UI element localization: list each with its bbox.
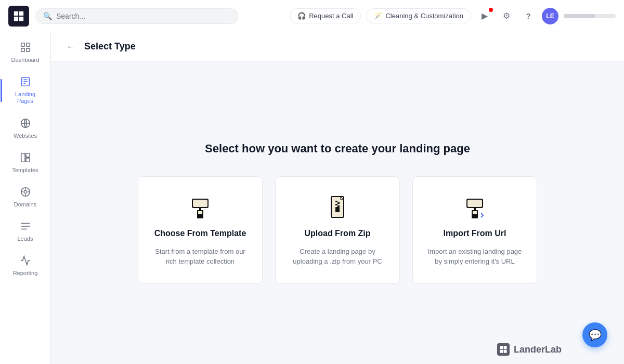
svg-rect-4	[21, 43, 24, 46]
svg-rect-40	[500, 350, 503, 353]
question-icon: ?	[526, 11, 530, 20]
reporting-icon	[20, 255, 31, 268]
card-url-title: Import From Url	[444, 229, 506, 238]
video-button[interactable]: ▶	[476, 8, 493, 24]
branding: LanderLab	[497, 343, 562, 356]
wand-icon: 🪄	[374, 12, 382, 20]
svg-rect-14	[21, 153, 24, 162]
search-bar[interactable]: 🔍	[35, 8, 238, 24]
svg-rect-30	[335, 204, 337, 205]
sidebar-label-leads: Leads	[18, 236, 33, 242]
notification-dot	[489, 8, 493, 12]
card-template[interactable]: Choose From Template Start from a templa…	[138, 176, 263, 284]
cleaning-customization-button[interactable]: 🪄 Cleaning & Customization	[366, 8, 471, 23]
card-zip-title: Upload From Zip	[304, 229, 370, 238]
cards-row: Choose From Template Start from a templa…	[138, 176, 537, 284]
sidebar-label-landing-pages: Landing Pages	[7, 91, 44, 105]
app-logo[interactable]	[8, 6, 29, 27]
search-input[interactable]	[56, 12, 230, 20]
svg-rect-41	[504, 350, 507, 353]
svg-rect-39	[504, 346, 507, 349]
play-icon: ▶	[482, 11, 488, 21]
page-title: Select Type	[84, 41, 136, 52]
sidebar-label-dashboard: Dashboard	[11, 57, 40, 63]
settings-button[interactable]: ⚙	[498, 8, 515, 24]
svg-rect-29	[337, 202, 340, 204]
svg-rect-7	[26, 48, 29, 51]
svg-point-17	[24, 190, 27, 193]
zip-icon	[324, 193, 351, 220]
template-icon	[187, 193, 214, 220]
back-button[interactable]: ←	[63, 40, 78, 54]
sidebar-label-domains: Domains	[14, 201, 36, 208]
sidebar-label-reporting: Reporting	[13, 270, 38, 277]
top-nav: 🔍 🎧 Request a Call 🪄 Cleaning & Customiz…	[0, 0, 624, 32]
card-template-desc: Start from a template from our rich temp…	[151, 246, 250, 267]
card-url[interactable]: Import From Url Import an existing landi…	[412, 176, 537, 284]
sidebar-item-landing-pages[interactable]: Landing Pages	[5, 71, 46, 110]
gear-icon: ⚙	[503, 11, 510, 21]
svg-rect-26	[199, 208, 201, 211]
page-header: ← Select Type	[51, 32, 624, 61]
sidebar-item-leads[interactable]: Leads	[5, 215, 46, 248]
main-layout: Dashboard Landing Pages	[0, 32, 624, 364]
websites-icon	[20, 118, 31, 131]
nav-actions: 🎧 Request a Call 🪄 Cleaning & Customizat…	[290, 8, 616, 24]
sidebar-label-templates: Templates	[12, 167, 38, 174]
svg-rect-32	[335, 207, 340, 212]
sidebar-label-websites: Websites	[14, 133, 37, 139]
dashboard-icon	[20, 42, 31, 55]
svg-rect-23	[198, 211, 202, 214]
search-icon: 🔍	[43, 12, 52, 20]
svg-rect-0	[14, 11, 18, 15]
sidebar-item-templates[interactable]: Templates	[5, 147, 46, 179]
user-avatar[interactable]: LE	[542, 8, 558, 24]
svg-rect-5	[26, 43, 29, 46]
svg-rect-36	[467, 200, 482, 207]
svg-rect-31	[337, 205, 340, 207]
request-call-button[interactable]: 🎧 Request a Call	[290, 8, 361, 23]
progress-bar	[564, 14, 616, 18]
sidebar-item-reporting[interactable]: Reporting	[5, 250, 46, 282]
content-body: Select how you want to create your landi…	[51, 61, 624, 364]
svg-rect-34	[473, 211, 477, 214]
card-url-desc: Import an existing landing page by simpl…	[425, 246, 524, 267]
progress-fill	[564, 14, 595, 18]
domains-icon	[20, 186, 31, 199]
brand-logo	[497, 343, 510, 356]
sidebar-item-dashboard[interactable]: Dashboard	[5, 36, 46, 69]
content-area: ← Select Type Select how you want to cre…	[51, 32, 624, 364]
card-template-title: Choose From Template	[154, 229, 246, 238]
svg-rect-37	[474, 208, 476, 211]
sidebar-item-websites[interactable]: Websites	[5, 112, 46, 145]
svg-rect-2	[14, 16, 18, 20]
svg-rect-38	[500, 346, 503, 349]
svg-rect-15	[25, 153, 29, 157]
svg-rect-3	[19, 16, 23, 20]
chat-button[interactable]: 💬	[582, 322, 607, 347]
card-zip[interactable]: Upload From Zip Create a landing page by…	[275, 176, 400, 284]
sidebar-item-domains[interactable]: Domains	[5, 181, 46, 213]
url-icon	[461, 193, 488, 220]
landing-pages-icon	[20, 76, 31, 89]
leads-icon	[20, 220, 31, 233]
card-zip-desc: Create a landing page by uploading a .zi…	[288, 246, 387, 267]
templates-icon	[20, 152, 31, 165]
svg-rect-28	[335, 201, 337, 202]
brand-name: LanderLab	[514, 344, 562, 355]
svg-rect-16	[25, 158, 29, 162]
svg-rect-6	[21, 48, 24, 51]
help-button[interactable]: ?	[520, 8, 537, 24]
svg-rect-1	[19, 11, 23, 15]
headset-icon: 🎧	[297, 12, 306, 20]
sidebar: Dashboard Landing Pages	[0, 32, 51, 364]
svg-rect-25	[193, 200, 207, 207]
chat-icon: 💬	[589, 329, 602, 341]
section-heading: Select how you want to create your landi…	[205, 142, 470, 155]
